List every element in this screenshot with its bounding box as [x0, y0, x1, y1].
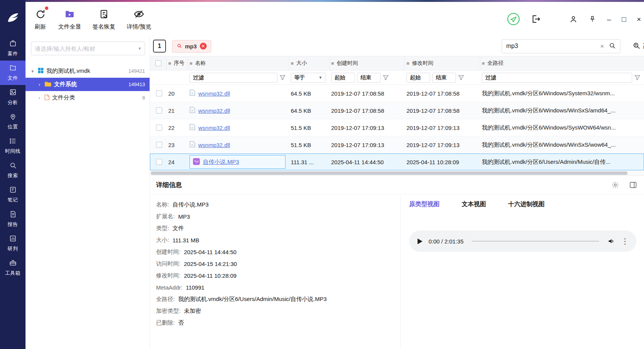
holder-picker-input[interactable]: [35, 45, 136, 52]
file-name-link[interactable]: 自传小说.MP3: [203, 158, 239, 166]
maximize-button[interactable]: □: [622, 16, 626, 23]
file-name-link[interactable]: wsnmp32.dll: [198, 125, 230, 131]
row-checkbox[interactable]: [156, 159, 162, 165]
sidebar-item-judge[interactable]: 研判: [0, 231, 26, 256]
volume-icon[interactable]: [607, 237, 615, 245]
export-icon[interactable]: [531, 14, 541, 24]
property-row: 全路径:我的测试机.vmdk/分区6/Users/Admin/Music/自传小…: [156, 293, 393, 305]
tree-node-vmdk[interactable]: ▾ 我的测试机.vmdk 149421: [26, 64, 150, 78]
toolbox-icon: [9, 259, 17, 268]
holder-picker[interactable]: ▾: [31, 42, 145, 55]
selected-name-cell[interactable]: 自传小说.MP3: [190, 155, 285, 169]
row-checkbox[interactable]: [156, 142, 162, 148]
audio-player[interactable]: 0:00 / 2:01:35 ⋮: [409, 231, 636, 252]
sidebar-item-case[interactable]: 案件: [0, 36, 26, 61]
tab-hex-view[interactable]: 十六进制视图: [508, 200, 545, 208]
player-seek-slider[interactable]: [472, 241, 599, 242]
tab-page-button[interactable]: 1: [153, 40, 166, 53]
search-input[interactable]: [506, 43, 596, 50]
filter-chip-mp3[interactable]: mp3 ✕: [172, 40, 211, 53]
file-name-link[interactable]: wsnmp32.dll: [198, 90, 230, 97]
funnel-icon[interactable]: [458, 75, 464, 80]
file-name-link[interactable]: wsnmp32.dll: [198, 107, 230, 114]
report-icon: [9, 210, 17, 219]
path-filter-input[interactable]: 过滤: [482, 73, 632, 83]
tab-bar: 1 mp3 ✕ × 高级: [150, 36, 644, 56]
sidebar-item-file[interactable]: 文件: [0, 61, 26, 85]
table-row[interactable]: 20 wsnmp32.dll 64.5 KB 2019-12-07 17:08:…: [150, 85, 644, 102]
tree-node-classification[interactable]: › 文件分类 8: [26, 91, 150, 104]
chip-close-icon[interactable]: ✕: [200, 43, 207, 50]
pin-icon[interactable]: [588, 15, 596, 23]
tree-node-label: 文件分类: [52, 94, 75, 101]
chevron-collapsed-icon[interactable]: ›: [37, 95, 42, 101]
sidebar-item-label: 研判: [8, 245, 18, 252]
send-feedback-icon[interactable]: [507, 12, 520, 26]
column-header-modified[interactable]: ≡修改时间: [405, 56, 480, 70]
refresh-button[interactable]: 刷新: [34, 8, 47, 30]
search-icon[interactable]: [609, 42, 616, 50]
size-operator-select[interactable]: 等于▼: [291, 73, 326, 83]
tab-text-view[interactable]: 文本视图: [462, 200, 486, 208]
table-row[interactable]: 22 wsnmp32.dll 51.5 KB 2019-12-07 17:09:…: [150, 119, 644, 136]
column-header-name[interactable]: ≡名称: [188, 56, 289, 70]
user-icon[interactable]: [569, 15, 578, 24]
chevron-collapsed-icon[interactable]: ›: [37, 82, 42, 87]
tree-node-count: 149413: [129, 82, 145, 87]
funnel-icon[interactable]: [634, 75, 640, 80]
file-name-link[interactable]: wsnmp32.dll: [198, 142, 230, 148]
property-row: 修改时间:2025-04-11 10:28:09: [156, 270, 393, 282]
show-all-files-button[interactable]: 文件全显: [58, 8, 81, 30]
column-header-path[interactable]: ≡全路径: [480, 56, 644, 70]
name-filter-input[interactable]: 过滤: [190, 73, 277, 83]
row-checkbox[interactable]: [156, 125, 162, 131]
sidebar-item-timeline[interactable]: 时间线: [0, 134, 26, 158]
row-size: 51.5 KB: [289, 125, 330, 131]
row-checkbox[interactable]: [156, 107, 162, 114]
row-created: 2025-04-11 14:44:50: [330, 159, 405, 165]
sidebar-item-search[interactable]: 搜索: [0, 158, 26, 183]
sidebar-item-toolbox[interactable]: 工具箱: [0, 256, 26, 280]
created-end-input[interactable]: 结束: [357, 73, 381, 83]
advanced-search-button[interactable]: 高级: [626, 42, 644, 51]
gear-icon[interactable]: [611, 181, 619, 189]
column-header-num[interactable]: ≡序号: [167, 56, 188, 70]
tree-node-label: 我的测试机.vmdk: [46, 67, 90, 75]
property-row: 访问时间:2025-04-15 14:21:30: [156, 258, 393, 270]
sidebar-item-report[interactable]: 报告: [0, 207, 26, 231]
sidebar-item-analysis[interactable]: 分析: [0, 85, 26, 109]
scrollbar-thumb[interactable]: [151, 171, 628, 175]
windows-disk-icon: [38, 67, 44, 75]
horizontal-scrollbar[interactable]: [150, 171, 644, 176]
player-menu-icon[interactable]: ⋮: [621, 237, 629, 245]
chevron-down-icon: ▼: [315, 75, 322, 80]
minimize-button[interactable]: –: [607, 16, 611, 23]
modified-end-input[interactable]: 结束: [432, 73, 456, 83]
clear-search-icon[interactable]: ×: [600, 43, 604, 50]
select-all-checkbox[interactable]: [155, 60, 161, 66]
detail-preview-label: 详情/预览: [127, 23, 151, 30]
table-row-selected[interactable]: 24 自传小说.MP3 111.31 ... 2025-04-11 14:44:…: [150, 154, 644, 171]
detail-preview-button[interactable]: 详情/预览: [127, 8, 151, 30]
tab-original-view[interactable]: 原类型视图: [409, 200, 440, 208]
row-checkbox[interactable]: [156, 90, 162, 96]
search-box[interactable]: ×: [502, 39, 620, 53]
signature-recovery-button[interactable]: 签名恢复: [92, 8, 115, 30]
table-row[interactable]: 21 wsnmp32.dll 64.5 KB 2019-12-07 17:08:…: [150, 102, 644, 119]
funnel-icon[interactable]: [280, 75, 285, 80]
chevron-expanded-icon[interactable]: ▾: [30, 69, 35, 74]
sidebar-item-label: 文件: [8, 75, 18, 82]
tree-node-filesystem[interactable]: › 文件系统 149413: [26, 78, 150, 91]
modified-start-input[interactable]: 起始: [406, 73, 430, 83]
created-start-input[interactable]: 起始: [331, 73, 355, 83]
sidebar-item-location[interactable]: 位置: [0, 109, 26, 134]
play-icon[interactable]: [418, 239, 422, 244]
sidebar-item-notes[interactable]: 笔记: [0, 183, 26, 207]
funnel-icon[interactable]: [383, 75, 389, 80]
close-button[interactable]: ×: [637, 16, 641, 23]
panel-layout-icon[interactable]: [629, 181, 637, 189]
column-header-created[interactable]: ≡创建时间: [330, 56, 405, 70]
column-header-size[interactable]: ≡大小: [289, 56, 330, 70]
column-menu-icon: ≡: [482, 61, 485, 66]
table-row[interactable]: 23 wsnmp32.dll 51.5 KB 2019-12-07 17:09:…: [150, 136, 644, 154]
